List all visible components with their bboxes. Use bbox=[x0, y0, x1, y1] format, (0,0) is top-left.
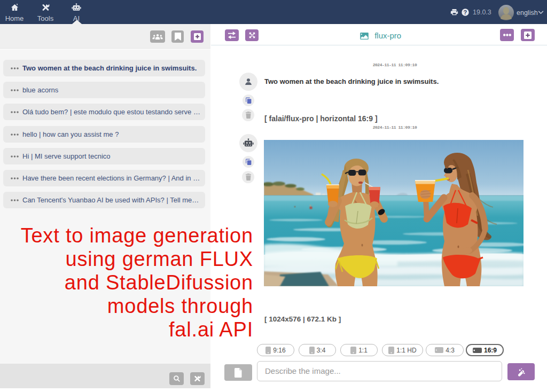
svg-text:?: ? bbox=[464, 9, 467, 15]
